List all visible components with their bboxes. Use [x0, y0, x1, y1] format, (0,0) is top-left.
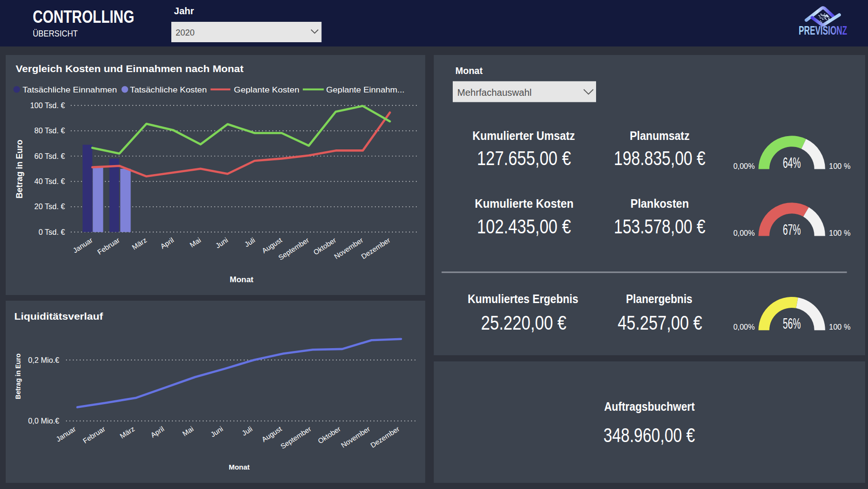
svg-text:102.435,00 €: 102.435,00 €: [477, 215, 571, 238]
svg-text:PREVISIONZ: PREVISIONZ: [799, 23, 847, 37]
svg-text:45.257,00 €: 45.257,00 €: [618, 312, 702, 334]
svg-text:56%: 56%: [783, 315, 801, 332]
svg-text:Planergebnis: Planergebnis: [626, 292, 692, 306]
svg-text:Plankosten: Plankosten: [631, 196, 689, 211]
svg-text:100 Tsd. €: 100 Tsd. €: [30, 101, 65, 110]
svg-text:ÜBERSICHT: ÜBERSICHT: [33, 28, 78, 38]
svg-text:0,00%: 0,00%: [733, 323, 755, 331]
svg-text:Tatsächliche Einnahmen: Tatsächliche Einnahmen: [23, 85, 117, 94]
svg-text:40 Tsd. €: 40 Tsd. €: [34, 177, 65, 185]
svg-text:80 Tsd. €: 80 Tsd. €: [34, 127, 65, 135]
svg-text:127.655,00 €: 127.655,00 €: [477, 147, 571, 169]
svg-text:Betrag in Euro: Betrag in Euro: [14, 353, 22, 399]
svg-text:100 %: 100 %: [829, 162, 850, 170]
svg-text:Tatsächliche Kosten: Tatsächliche Kosten: [130, 85, 207, 94]
svg-text:Kumulierte Kosten: Kumulierte Kosten: [475, 196, 574, 211]
svg-text:0,0 Mio.€: 0,0 Mio.€: [28, 417, 59, 425]
svg-text:0,00%: 0,00%: [733, 229, 755, 237]
svg-text:0,00%: 0,00%: [733, 162, 755, 170]
svg-text:Liquiditätsverlauf: Liquiditätsverlauf: [14, 311, 103, 322]
svg-text:Monat: Monat: [230, 275, 253, 284]
svg-text:0,2 Mio.€: 0,2 Mio.€: [28, 356, 59, 364]
svg-text:Geplante Einnahm...: Geplante Einnahm...: [326, 85, 404, 94]
svg-text:0 Tsd. €: 0 Tsd. €: [38, 228, 65, 236]
svg-text:Planumsatz: Planumsatz: [630, 129, 690, 143]
svg-text:198.835,00 €: 198.835,00 €: [614, 147, 706, 169]
svg-text:Jahr: Jahr: [174, 6, 194, 16]
svg-text:Geplante Kosten: Geplante Kosten: [234, 85, 299, 94]
svg-text:Monat: Monat: [229, 463, 250, 471]
svg-text:60 Tsd. €: 60 Tsd. €: [34, 152, 65, 160]
svg-text:348.960,00 €: 348.960,00 €: [604, 424, 695, 446]
svg-text:20 Tsd. €: 20 Tsd. €: [34, 203, 65, 211]
svg-text:25.220,00 €: 25.220,00 €: [481, 312, 567, 334]
svg-text:CONTROLLING: CONTROLLING: [33, 7, 134, 27]
svg-text:Monat: Monat: [456, 65, 483, 76]
svg-text:2020: 2020: [176, 28, 195, 37]
svg-text:Vergleich Kosten und Einnahmen: Vergleich Kosten und Einnahmen nach Mona…: [16, 64, 243, 74]
svg-text:64%: 64%: [783, 155, 801, 171]
svg-text:100 %: 100 %: [829, 229, 850, 237]
svg-text:153.578,00 €: 153.578,00 €: [614, 215, 706, 238]
svg-text:Betrag in Euro: Betrag in Euro: [15, 140, 24, 199]
svg-text:Kumulierter Umsatz: Kumulierter Umsatz: [473, 129, 575, 143]
svg-text:100 %: 100 %: [829, 323, 850, 331]
svg-text:Kumuliertes Ergebnis: Kumuliertes Ergebnis: [468, 292, 579, 306]
svg-text:Mehrfachauswahl: Mehrfachauswahl: [457, 87, 532, 98]
svg-text:Auftragsbuchwert: Auftragsbuchwert: [604, 399, 695, 414]
svg-text:67%: 67%: [783, 221, 801, 238]
